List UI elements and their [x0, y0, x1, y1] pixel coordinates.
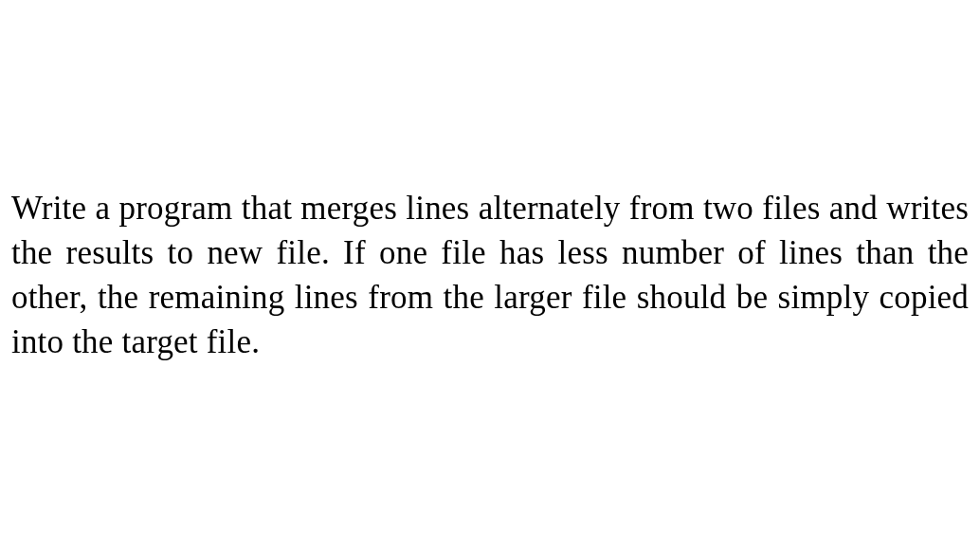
- problem-statement: Write a program that merges lines altern…: [11, 186, 969, 365]
